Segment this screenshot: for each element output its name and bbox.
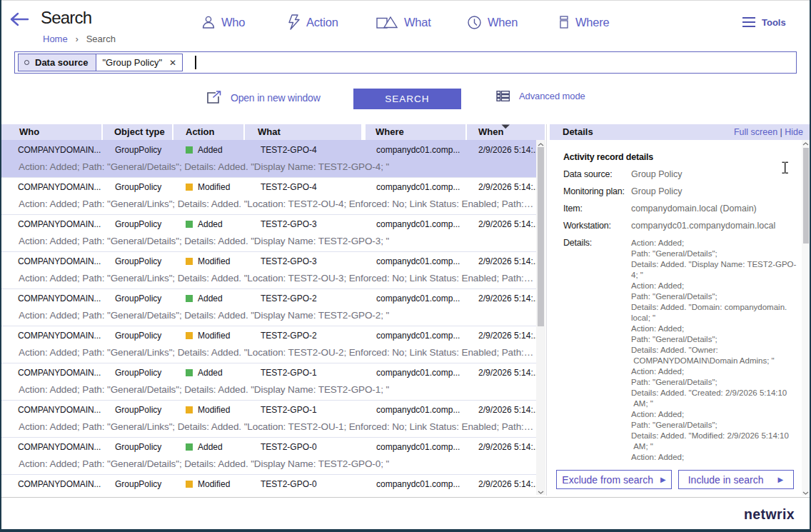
svg-text:netwrix: netwrix	[744, 507, 795, 522]
